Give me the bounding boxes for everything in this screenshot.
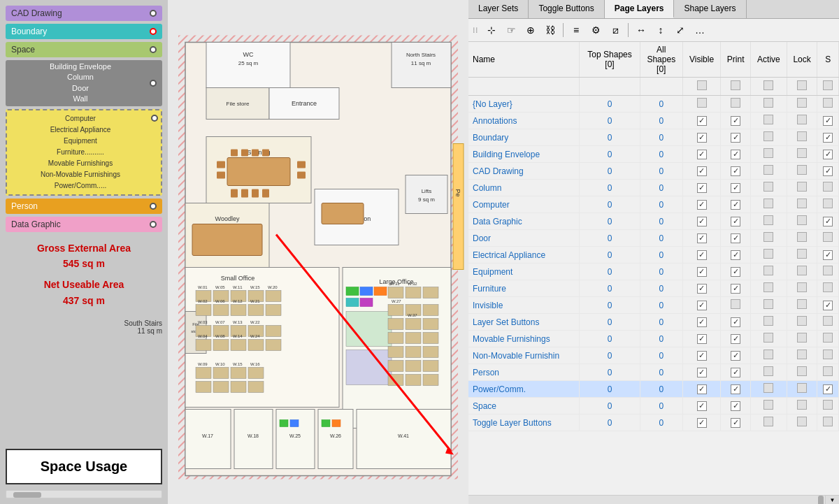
lock-checkbox[interactable]	[797, 383, 807, 393]
active-checkbox[interactable]	[763, 182, 773, 192]
s-checkbox[interactable]	[823, 384, 833, 394]
lock-checkbox[interactable]	[797, 215, 807, 225]
cell-s[interactable]	[817, 230, 839, 247]
print-checkbox[interactable]	[731, 384, 740, 394]
cell-active[interactable]	[751, 314, 787, 331]
header-visible-check[interactable]	[682, 78, 721, 96]
lock-checkbox[interactable]	[797, 316, 807, 326]
active-checkbox[interactable]	[763, 215, 773, 225]
visible-checkbox[interactable]	[697, 351, 707, 361]
visible-checkbox[interactable]	[697, 200, 707, 210]
lock-checkbox[interactable]	[797, 417, 807, 426]
cell-visible[interactable]	[682, 331, 721, 347]
cell-lock[interactable]	[787, 381, 817, 398]
table-row[interactable]: Non-Movable Furnishin00	[468, 347, 839, 364]
cell-active[interactable]	[751, 415, 787, 431]
lock-checkbox[interactable]	[797, 199, 807, 208]
lock-checkbox[interactable]	[797, 299, 807, 309]
lock-checkbox[interactable]	[797, 333, 807, 343]
vertical-scrollbar[interactable]	[468, 496, 825, 504]
cell-print[interactable]	[721, 113, 751, 129]
print-checkbox[interactable]	[731, 401, 740, 411]
cell-lock[interactable]	[787, 146, 817, 163]
header-lock-check[interactable]	[787, 78, 817, 96]
horizontal-scrollbar[interactable]	[6, 490, 162, 498]
table-row[interactable]: Furniture00	[468, 280, 839, 297]
s-checkbox[interactable]	[823, 217, 833, 226]
s-checkbox[interactable]	[823, 98, 833, 108]
cell-lock[interactable]	[787, 96, 817, 113]
active-checkbox[interactable]	[763, 366, 773, 376]
cell-print[interactable]	[721, 96, 751, 113]
table-row[interactable]: Building Envelope00	[468, 146, 839, 163]
print-checkbox[interactable]	[731, 233, 740, 243]
s-checkbox[interactable]	[823, 350, 833, 359]
print-checkbox[interactable]	[731, 267, 740, 277]
print-checkbox[interactable]	[731, 200, 740, 210]
table-row[interactable]: CAD Drawing00	[468, 163, 839, 180]
lock-header-checkbox[interactable]	[797, 80, 807, 90]
cell-s[interactable]	[817, 196, 839, 213]
cell-lock[interactable]	[787, 331, 817, 347]
cell-s[interactable]	[817, 96, 839, 113]
active-checkbox[interactable]	[763, 333, 773, 343]
cell-visible[interactable]	[682, 364, 721, 381]
lock-checkbox[interactable]	[797, 182, 807, 192]
cell-active[interactable]	[751, 364, 787, 381]
cell-active[interactable]	[751, 347, 787, 364]
cell-print[interactable]	[721, 213, 751, 230]
cell-active[interactable]	[751, 129, 787, 146]
cell-visible[interactable]	[682, 113, 721, 129]
active-checkbox[interactable]	[763, 299, 773, 309]
cell-s[interactable]	[817, 297, 839, 314]
cell-s[interactable]	[817, 347, 839, 364]
cell-s[interactable]	[817, 364, 839, 381]
cell-lock[interactable]	[787, 280, 817, 297]
table-row[interactable]: Person00	[468, 364, 839, 381]
cell-lock[interactable]	[787, 297, 817, 314]
print-checkbox[interactable]	[731, 351, 740, 361]
cell-s[interactable]	[817, 213, 839, 230]
active-checkbox[interactable]	[763, 199, 773, 208]
cell-visible[interactable]	[682, 247, 721, 264]
header-s-check[interactable]	[817, 78, 839, 96]
table-row[interactable]: Door00	[468, 230, 839, 247]
cell-visible[interactable]	[682, 213, 721, 230]
cell-print[interactable]	[721, 364, 751, 381]
active-checkbox[interactable]	[763, 98, 773, 108]
s-checkbox[interactable]	[823, 366, 833, 376]
cell-visible[interactable]	[682, 264, 721, 280]
print-checkbox[interactable]	[731, 368, 740, 377]
s-header-checkbox[interactable]	[823, 80, 833, 90]
table-row[interactable]: Space00	[468, 398, 839, 415]
s-checkbox[interactable]	[823, 199, 833, 208]
cell-lock[interactable]	[787, 415, 817, 431]
cell-active[interactable]	[751, 113, 787, 129]
layer-item-boundary[interactable]: Boundary	[6, 24, 162, 39]
print-checkbox[interactable]	[731, 250, 740, 260]
active-checkbox[interactable]	[763, 400, 773, 410]
table-row[interactable]: Invisible00	[468, 297, 839, 314]
print-checkbox[interactable]	[731, 98, 740, 108]
s-checkbox[interactable]	[823, 250, 833, 260]
visible-checkbox[interactable]	[697, 133, 707, 143]
cell-s[interactable]	[817, 146, 839, 163]
cell-lock[interactable]	[787, 347, 817, 364]
s-checkbox[interactable]	[823, 266, 833, 275]
cell-print[interactable]	[721, 280, 751, 297]
cell-visible[interactable]	[682, 146, 721, 163]
cell-lock[interactable]	[787, 163, 817, 180]
tab-shape-layers[interactable]: Shape Layers	[674, 0, 746, 18]
cell-lock[interactable]	[787, 113, 817, 129]
cell-active[interactable]	[751, 230, 787, 247]
settings-button[interactable]: ⚙	[587, 22, 605, 38]
s-checkbox[interactable]	[823, 400, 833, 410]
cell-active[interactable]	[751, 247, 787, 264]
cell-lock[interactable]	[787, 129, 817, 146]
cell-visible[interactable]	[682, 230, 721, 247]
cell-lock[interactable]	[787, 196, 817, 213]
cell-print[interactable]	[721, 264, 751, 280]
layer-item-building[interactable]: Building EnvelopeColumnDoorWall	[6, 60, 162, 106]
lock-checkbox[interactable]	[797, 232, 807, 242]
active-checkbox[interactable]	[763, 131, 773, 141]
